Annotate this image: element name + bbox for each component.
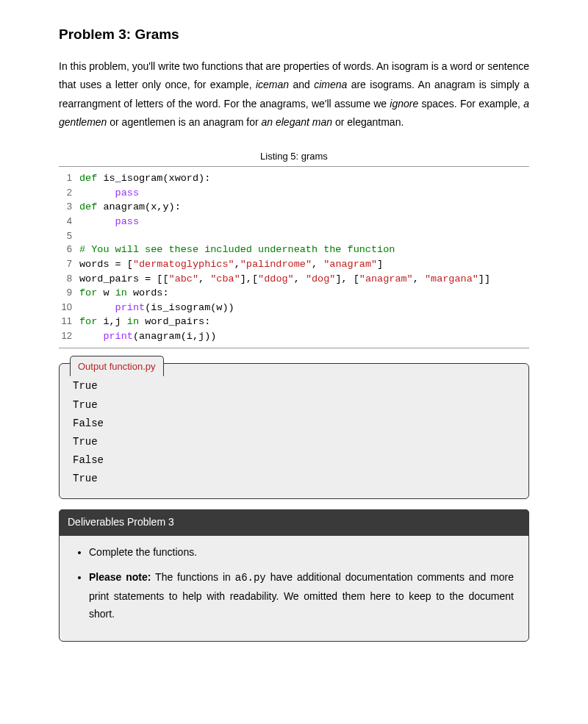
code-keyword: in xyxy=(115,286,127,301)
code-string: "margana" xyxy=(425,272,478,287)
code-indent xyxy=(79,186,115,201)
code-listing: 1def is_isogram(xword): 2 pass 3def anag… xyxy=(59,166,529,348)
intro-text: or elegantman. xyxy=(332,116,404,128)
output-line: True xyxy=(73,470,515,488)
code-text: w xyxy=(97,286,115,301)
code-line: 8word_pairs = [["abc", "cba"],["ddog", "… xyxy=(59,272,529,287)
line-number: 11 xyxy=(59,315,79,329)
code-string: "ddog" xyxy=(258,272,294,287)
code-line: 7words = ["dermatoglyphics","palindrome"… xyxy=(59,257,529,272)
deliverables-box: Deliverables Problem 3 Complete the func… xyxy=(59,509,529,641)
intro-italic-ignore: ignore xyxy=(390,98,418,110)
intro-text: spaces. For example, xyxy=(418,98,523,110)
code-line: 4 pass xyxy=(59,215,529,229)
code-text: word_pairs: xyxy=(139,315,210,329)
code-text: ] xyxy=(377,257,383,272)
code-text: , xyxy=(294,272,306,287)
code-text: (is_isogram(w)) xyxy=(145,301,234,315)
line-number: 12 xyxy=(59,329,79,344)
code-keyword: in xyxy=(127,315,139,329)
code-line: 5 xyxy=(59,229,529,243)
line-number: 9 xyxy=(59,286,79,301)
intro-paragraph: In this problem, you'll write two functi… xyxy=(59,57,529,132)
code-text: words = [ xyxy=(79,257,133,272)
output-body: True True False True False True xyxy=(60,364,528,498)
intro-text: and xyxy=(289,79,314,90)
deliverables-item: Please note: The functions in a6.py have… xyxy=(89,568,514,623)
code-text: anagram(x,y): xyxy=(97,200,180,215)
code-line: 1def is_isogram(xword): xyxy=(59,171,529,186)
code-comment: # You will see these included underneath… xyxy=(79,243,395,257)
code-line: 12 print(anagram(i,j)) xyxy=(59,329,529,344)
deliverables-text: The functions in xyxy=(151,571,234,583)
code-text: , xyxy=(312,257,323,272)
code-keyword: for xyxy=(79,315,97,329)
code-line: 10 print(is_isogram(w)) xyxy=(59,301,529,315)
output-line: False xyxy=(73,415,515,433)
code-indent xyxy=(79,301,115,315)
code-keyword: def xyxy=(79,171,97,186)
line-number: 1 xyxy=(59,171,79,186)
filename-code: a6.py xyxy=(235,572,266,584)
intro-text: or agentlemen is an anagram for xyxy=(107,116,261,128)
code-builtin: print xyxy=(115,301,146,315)
code-string: "anagram" xyxy=(323,257,377,272)
code-text: , xyxy=(198,272,210,287)
code-keyword: for xyxy=(79,286,97,301)
code-keyword: def xyxy=(79,200,97,215)
output-line: True xyxy=(73,396,515,415)
code-line: 11for i,j in word_pairs: xyxy=(59,315,529,329)
code-text: ], [ xyxy=(335,272,359,287)
line-number: 4 xyxy=(59,215,79,229)
line-number: 3 xyxy=(59,200,79,215)
deliverables-item: Complete the functions. xyxy=(89,543,514,562)
deliverables-header: Deliverables Problem 3 xyxy=(59,509,529,535)
code-line: 2 pass xyxy=(59,186,529,201)
code-string: "cba" xyxy=(210,272,240,287)
code-string: "abc" xyxy=(169,272,199,287)
code-builtin: pass xyxy=(115,186,139,201)
listing-caption: Listing 5: grams xyxy=(59,148,529,165)
line-number: 10 xyxy=(59,301,79,315)
code-text: word_pairs = [[ xyxy=(79,272,169,287)
code-text: words: xyxy=(127,286,169,301)
intro-italic-cimena: cimena xyxy=(314,79,347,90)
code-text: , xyxy=(413,272,425,287)
line-number: 6 xyxy=(59,243,79,257)
intro-italic-iceman: iceman xyxy=(256,79,289,90)
line-number: 8 xyxy=(59,272,79,287)
deliverables-body: Complete the functions. Please note: The… xyxy=(60,536,528,641)
output-box: Output function.py True True False True … xyxy=(59,363,529,499)
line-number: 5 xyxy=(59,229,79,243)
code-string: "anagram" xyxy=(359,272,413,287)
please-note-label: Please note: xyxy=(89,571,151,583)
code-text: ],[ xyxy=(240,272,258,287)
code-text: i,j xyxy=(97,315,127,329)
code-string: "dog" xyxy=(306,272,336,287)
line-number: 7 xyxy=(59,257,79,272)
intro-italic-anelegantman: an elegant man xyxy=(262,116,333,128)
code-indent xyxy=(79,329,103,344)
code-text: ]] xyxy=(478,272,490,287)
code-string: "palindrome" xyxy=(240,257,312,272)
line-number: 2 xyxy=(59,186,79,201)
code-text: , xyxy=(234,257,240,272)
output-line: True xyxy=(73,433,515,451)
code-builtin: print xyxy=(103,329,133,344)
output-line: True xyxy=(73,377,515,395)
code-line: 9for w in words: xyxy=(59,286,529,301)
code-indent xyxy=(79,215,115,229)
code-text: (anagram(i,j)) xyxy=(133,329,216,344)
code-builtin: pass xyxy=(115,215,139,229)
output-line: False xyxy=(73,451,515,470)
code-line: 6# You will see these included underneat… xyxy=(59,243,529,257)
code-string: "dermatoglyphics" xyxy=(133,257,234,272)
code-text: is_isogram(xword): xyxy=(97,171,210,186)
code-line: 3def anagram(x,y): xyxy=(59,200,529,215)
output-tab-label: Output function.py xyxy=(70,356,164,376)
page-title: Problem 3: Grams xyxy=(59,22,529,47)
